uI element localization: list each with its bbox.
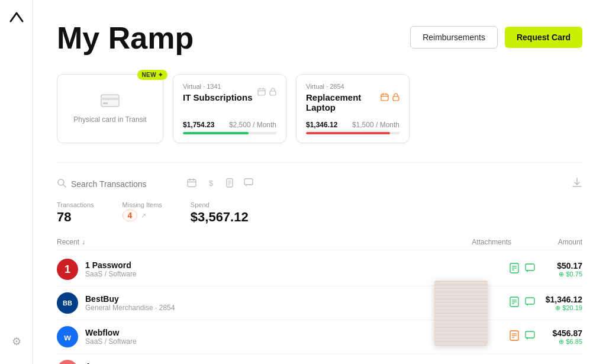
virtual-card-1-subtitle: Virtual · 1341 — [183, 83, 253, 90]
page-header: My Ramp Reimbursements Request Card — [57, 21, 582, 55]
calendar-icon-2 — [381, 93, 389, 103]
1password-info: 1 Password SaaS / Software — [85, 260, 488, 278]
search-wrapper — [57, 178, 178, 190]
tx-name: Webflow — [85, 328, 488, 337]
virtual-card-1-name: IT Subscriptions — [183, 92, 253, 102]
comment-icon[interactable] — [525, 263, 535, 275]
virtual-card-1-fill — [183, 132, 249, 134]
card-icon — [101, 94, 120, 111]
virtual-card-1-amounts: $1,754.23 $2,500 / Month — [183, 121, 276, 129]
virtual-card-2-bottom: $1,346.12 $1,500 / Month — [306, 121, 399, 134]
tx-sub: General Merchandise · 2854 — [85, 304, 488, 312]
table-header-right: Attachments Amount — [464, 238, 582, 246]
virtual-card-2-subtitle: Virtual · 2854 — [306, 83, 381, 90]
receipt-preview — [434, 281, 488, 346]
new-badge: NEW ✦ — [137, 70, 167, 80]
lock-icon-2 — [392, 93, 399, 103]
amount-cashback: ⊕ $20.19 — [535, 304, 582, 312]
asana-icon: A — [57, 360, 78, 364]
virtual-card-2-fill — [306, 132, 390, 134]
search-bar-row: $ — [57, 177, 582, 191]
svg-rect-30 — [526, 264, 534, 270]
settings-icon[interactable]: ⚙ — [11, 336, 22, 347]
lock-icon — [269, 88, 276, 98]
table-row[interactable]: w Webflow SaaS / Software $456.87 ⊕ $6.8… — [57, 320, 582, 354]
svg-rect-15 — [188, 179, 196, 186]
receipt-icon[interactable] — [510, 263, 519, 276]
svg-rect-3 — [258, 89, 265, 95]
amount-main: $456.87 — [535, 328, 582, 338]
virtual-card-1[interactable]: Virtual · 1341 IT Subscriptions $1,754.2… — [173, 74, 286, 143]
calendar-icon — [257, 88, 266, 98]
virtual-card-2-top: Virtual · 2854 Replacement Laptop — [306, 83, 399, 112]
amount-cashback: ⊕ $6.85 — [535, 338, 582, 346]
logo-icon — [8, 9, 25, 26]
svg-rect-1 — [101, 98, 119, 100]
receipt-image — [434, 281, 488, 346]
table-row[interactable]: 1 1 Password SaaS / Software $50.17 ⊕ $0… — [57, 253, 582, 286]
virtual-card-2-limit: $1,500 / Month — [352, 121, 399, 129]
svg-rect-24 — [244, 179, 253, 185]
bestbuy-icon: BB — [57, 292, 78, 314]
svg-line-14 — [63, 185, 66, 187]
virtual-card-1-progress — [183, 132, 276, 134]
search-input[interactable] — [71, 179, 178, 189]
attachments-header: Attachments — [464, 238, 511, 246]
tx-name: BestBuy — [85, 294, 488, 304]
transactions-section: $ Transactions 78 Missing Items — [57, 162, 582, 364]
virtual-card-2-progress — [306, 132, 399, 134]
tx-attachments — [488, 330, 535, 343]
svg-rect-12 — [393, 96, 399, 101]
tx-amount: $50.17 ⊕ $0.75 — [535, 261, 582, 278]
comment-icon[interactable] — [525, 331, 535, 343]
svg-rect-0 — [101, 95, 119, 107]
svg-rect-2 — [103, 102, 108, 104]
virtual-card-2[interactable]: Virtual · 2854 Replacement Laptop $1,346… — [296, 74, 410, 143]
transactions-value: 78 — [57, 210, 94, 225]
1password-icon: 1 — [57, 259, 78, 280]
search-icon[interactable] — [57, 178, 66, 190]
main-content: My Ramp Reimbursements Request Card NEW … — [33, 0, 606, 364]
virtual-card-1-icons — [257, 88, 276, 98]
amount-header: Amount — [535, 238, 582, 246]
tx-sub: SaaS / Software — [85, 270, 488, 278]
table-row[interactable]: BB BestBuy General Merchandise · 2854 — [57, 286, 582, 320]
svg-rect-8 — [381, 94, 388, 101]
table-header: Recent ↓ Attachments Amount — [57, 234, 582, 250]
dollar-filter-icon[interactable]: $ — [206, 178, 215, 190]
table-row[interactable]: A Asana SaaS / Software $46.12 — [57, 354, 582, 364]
virtual-card-2-spent: $1,346.12 — [306, 121, 337, 129]
bestbuy-info: BestBuy General Merchandise · 2854 — [85, 294, 488, 312]
spend-label: Spend — [191, 201, 249, 208]
webflow-info: Webflow SaaS / Software — [85, 328, 488, 346]
recent-sort[interactable]: Recent ↓ — [57, 238, 85, 246]
reimbursements-button[interactable]: Reimbursements — [410, 26, 498, 49]
download-icon[interactable] — [572, 177, 582, 191]
expand-icon[interactable]: ↗ — [141, 212, 146, 220]
tx-attachments — [488, 297, 535, 310]
tx-name: Asana — [85, 362, 488, 364]
missing-label: Missing Items — [123, 201, 162, 208]
virtual-card-2-amounts: $1,346.12 $1,500 / Month — [306, 121, 399, 129]
virtual-card-1-limit: $2,500 / Month — [229, 121, 276, 129]
stats-row: Transactions 78 Missing Items 4 ↗ Spend … — [57, 201, 582, 225]
calendar-filter-icon[interactable] — [187, 178, 196, 190]
virtual-card-2-icons — [381, 93, 399, 103]
comment-icon[interactable] — [525, 297, 535, 309]
recent-label: Recent — [57, 238, 79, 246]
webflow-icon: w — [57, 326, 78, 347]
svg-rect-40 — [526, 331, 534, 338]
physical-card-label: Physical card in Transit — [73, 115, 146, 124]
physical-card[interactable]: NEW ✦ Physical card in Transit — [57, 74, 163, 143]
comment-filter-icon[interactable] — [244, 178, 253, 190]
virtual-card-2-info: Virtual · 2854 Replacement Laptop — [306, 83, 381, 112]
spend-value: $3,567.12 — [191, 210, 249, 225]
receipt-icon[interactable] — [510, 330, 519, 343]
missing-badge[interactable]: 4 — [123, 210, 138, 221]
doc-filter-icon[interactable] — [225, 178, 234, 190]
transactions-stat: Transactions 78 — [57, 201, 94, 225]
receipt-icon[interactable] — [510, 297, 519, 310]
virtual-card-1-spent: $1,754.23 — [183, 121, 214, 129]
virtual-card-1-info: Virtual · 1341 IT Subscriptions — [183, 83, 253, 102]
request-card-button[interactable]: Request Card — [505, 27, 582, 48]
